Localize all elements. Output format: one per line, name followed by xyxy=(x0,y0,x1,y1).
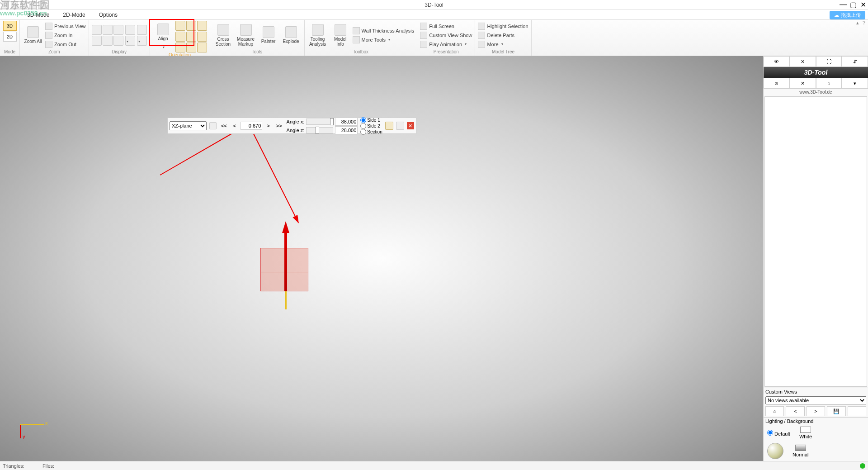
nav-next-button[interactable]: > xyxy=(807,406,825,416)
explode-button[interactable]: Explode xyxy=(281,26,302,44)
play-animation-button[interactable]: Play Animation xyxy=(420,40,472,48)
qat-undo-icon[interactable] xyxy=(29,1,36,9)
maximize-button[interactable]: ▢ xyxy=(848,0,858,9)
nav-prev-button[interactable]: < xyxy=(786,406,804,416)
tab-2d-mode[interactable]: 2D-Mode xyxy=(63,12,85,18)
model-tree[interactable] xyxy=(764,96,867,387)
view-front-button[interactable] xyxy=(175,21,185,31)
view-bottom-button[interactable] xyxy=(186,43,196,52)
model-info-button[interactable]: Model Info xyxy=(330,24,351,47)
view-left-button[interactable] xyxy=(175,32,185,42)
qat-open-icon[interactable] xyxy=(2,1,9,9)
tab-options[interactable]: Options xyxy=(99,12,118,18)
custom-view-show-button[interactable]: Custom View Show xyxy=(420,31,472,39)
tab-3d-mode[interactable]: 3D-Mode xyxy=(27,12,49,18)
svg-line-0 xyxy=(160,128,242,175)
nav-save-button[interactable]: 💾 xyxy=(827,406,845,416)
angle-x-slider[interactable] xyxy=(306,119,333,125)
view-right-button[interactable] xyxy=(186,32,196,42)
wall-thickness-button[interactable]: Wall Thickness Analysis xyxy=(353,27,415,35)
rp-invert-icon[interactable]: ⇵ xyxy=(842,56,868,67)
about-icon[interactable]: ? xyxy=(863,20,865,26)
side2-radio[interactable]: Side 2 xyxy=(360,123,382,129)
zoom-all-button[interactable]: Zoom All xyxy=(23,26,43,44)
plane-select[interactable]: XZ-plane xyxy=(170,121,207,130)
rp-toolbar-2: ⦻ ✕ ⌂ ▾ xyxy=(764,78,868,89)
step-bb-button[interactable]: << xyxy=(219,123,229,128)
rp-home-icon[interactable]: ⌂ xyxy=(816,78,842,89)
upload-badge[interactable]: ☁ 拖拽上传 xyxy=(830,11,865,19)
angle-z-input[interactable] xyxy=(335,126,358,134)
qat-redo-icon[interactable] xyxy=(38,1,45,9)
full-screen-button[interactable]: Full Screen xyxy=(420,22,472,30)
rp-show-icon[interactable]: ✕ xyxy=(790,78,816,89)
display-hidden-button[interactable] xyxy=(113,25,123,35)
display-iso-button[interactable] xyxy=(113,36,123,46)
rp-hide-icon[interactable]: ⦻ xyxy=(764,78,790,89)
more-tools-button[interactable]: More Tools xyxy=(353,36,415,44)
quick-access-toolbar xyxy=(0,1,45,9)
delete-parts-button[interactable]: Delete Parts xyxy=(478,31,528,39)
rp-url[interactable]: www.3D-Tool.de xyxy=(764,89,868,95)
nav-extra-button[interactable]: ⋯ xyxy=(848,406,866,416)
angle-z-slider[interactable] xyxy=(306,127,333,133)
qat-save-icon[interactable] xyxy=(11,1,18,9)
custom-views-select[interactable]: No views available xyxy=(765,396,866,404)
qat-print-icon[interactable] xyxy=(20,1,27,9)
section-radio[interactable]: Section xyxy=(360,129,382,135)
cross-section-button[interactable]: Cross Section xyxy=(213,24,234,47)
angle-x-input[interactable] xyxy=(335,118,358,126)
display-shaded-button[interactable] xyxy=(92,25,102,35)
step-f-button[interactable]: > xyxy=(265,123,271,128)
viewport-3d[interactable]: XZ-plane << < > >> Angle x: Angle z: xyxy=(0,56,763,461)
view-iso2-button[interactable] xyxy=(197,32,207,42)
rp-visibility-icon[interactable]: 👁 xyxy=(764,56,790,67)
painter-icon xyxy=(263,26,274,38)
zoom-in-button[interactable]: Zoom In xyxy=(45,31,86,39)
bg-white-swatch[interactable] xyxy=(800,427,811,433)
display-wire-button[interactable] xyxy=(103,25,113,35)
group-label-toolbox: Toolbox xyxy=(307,49,415,56)
close-button[interactable]: ✕ xyxy=(858,0,868,9)
nav-home-button[interactable]: ⌂ xyxy=(765,406,784,416)
align-button[interactable]: Align xyxy=(153,24,174,50)
measure-markup-button[interactable]: Measure Markup xyxy=(236,24,256,47)
step-ff-button[interactable]: >> xyxy=(274,123,284,128)
view-iso3-button[interactable] xyxy=(197,43,207,52)
default-lighting-radio[interactable]: Default xyxy=(767,430,790,437)
cross-section-close-button[interactable]: ✕ xyxy=(407,122,414,129)
display-edges-button[interactable] xyxy=(92,36,102,46)
rp-expand-icon[interactable]: ⛶ xyxy=(816,56,842,67)
bulb-icon[interactable] xyxy=(385,122,393,130)
gear-icon[interactable] xyxy=(396,122,404,130)
custom-view-icon xyxy=(420,32,427,39)
tooling-analysis-button[interactable]: Tooling Analysis xyxy=(307,24,328,47)
display-extra-1[interactable] xyxy=(125,25,135,35)
display-extra-2[interactable] xyxy=(125,36,135,46)
mode-2d-button[interactable]: 2D xyxy=(3,32,17,42)
rp-settings-icon[interactable]: ▾ xyxy=(842,78,868,89)
view-iso1-button[interactable] xyxy=(197,21,207,31)
side1-radio[interactable]: Side 1 xyxy=(360,117,382,123)
mode-3d-button[interactable]: 3D xyxy=(3,21,17,31)
help-icon[interactable]: ▴ xyxy=(856,20,859,26)
previous-view-button[interactable]: Previous View xyxy=(45,22,86,30)
bg-normal-swatch[interactable] xyxy=(795,445,806,451)
display-color-2[interactable] xyxy=(137,36,147,46)
highlight-selection-button[interactable]: Highlight Selection xyxy=(478,22,528,30)
rp-clear-icon[interactable]: ✕ xyxy=(790,56,816,67)
step-value-input[interactable] xyxy=(241,122,262,130)
display-color-1[interactable] xyxy=(137,25,147,35)
more-model-tree-button[interactable]: More xyxy=(478,40,528,48)
display-transparent-button[interactable] xyxy=(103,36,113,46)
more-tools-icon xyxy=(353,36,360,43)
step-b-button[interactable]: < xyxy=(231,123,238,128)
view-back-button[interactable] xyxy=(175,43,185,52)
view-top-button[interactable] xyxy=(186,21,196,31)
painter-button[interactable]: Painter xyxy=(258,26,279,44)
explode-icon xyxy=(285,26,297,38)
minimize-button[interactable]: — xyxy=(838,0,848,9)
zoom-out-button[interactable]: Zoom Out xyxy=(45,40,86,48)
lock-icon[interactable] xyxy=(209,122,217,129)
lighting-ball[interactable] xyxy=(767,443,783,459)
